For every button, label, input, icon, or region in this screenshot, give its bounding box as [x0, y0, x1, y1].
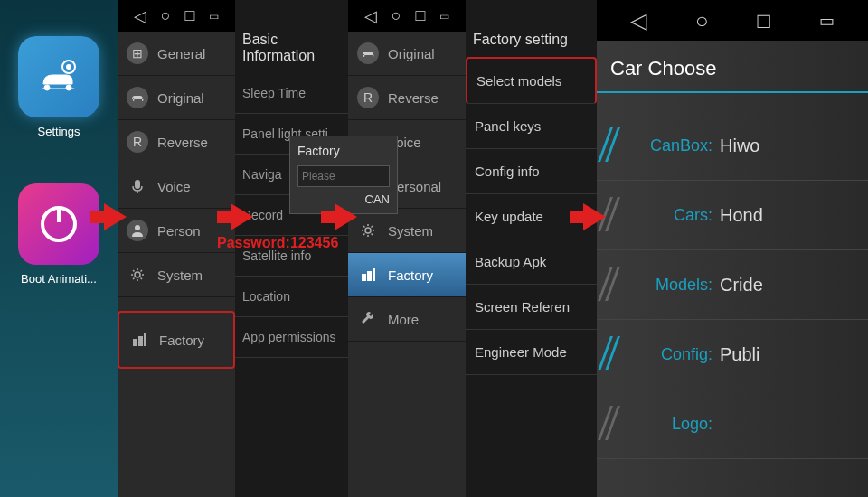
menu-reverse[interactable]: R Reverse [348, 76, 466, 120]
recent-icon[interactable]: □ [758, 8, 771, 33]
car-label: Models: [631, 276, 712, 295]
svg-point-5 [135, 225, 140, 230]
menu-label: Factory [388, 267, 433, 283]
fs-screen-reference[interactable]: Screen Referen [466, 285, 597, 330]
car-value: Hiwo [720, 136, 760, 156]
menu-label: Original [157, 90, 204, 106]
menu-label: System [157, 267, 203, 283]
home-icon[interactable]: ○ [695, 8, 709, 33]
menu-system[interactable]: System [118, 253, 235, 297]
settings-menu-2: ◁ ○ □ ▭ Original R Reverse Voice Persona… [348, 0, 466, 497]
svg-rect-9 [144, 333, 146, 346]
menu-label: General [157, 46, 205, 61]
menu-system[interactable]: System [348, 209, 466, 253]
menu-factory[interactable]: Factory [348, 253, 466, 297]
car-row-config[interactable]: Config: Publi [597, 320, 868, 389]
gallery-icon[interactable]: ▭ [819, 11, 835, 31]
car-choose-panel: ◁ ○ □ ▭ Car Choose CanBox: Hiwo Cars: Ho… [597, 0, 868, 497]
car-label: Cars: [631, 206, 712, 225]
slash-icon [597, 336, 624, 372]
wrench-icon [357, 308, 379, 330]
menu-general[interactable]: ⊞ General [118, 32, 235, 76]
menu-label: Factory [159, 333, 204, 348]
arrow-icon [104, 203, 127, 230]
svg-point-1 [66, 64, 71, 70]
svg-point-6 [135, 272, 140, 277]
menu-reverse[interactable]: R Reverse [118, 120, 235, 164]
arrow-icon [231, 203, 253, 230]
app-label: Boot Animati... [14, 272, 104, 286]
svg-point-12 [365, 228, 371, 233]
back-icon[interactable]: ◁ [364, 6, 377, 26]
menu-label: System [388, 223, 433, 239]
menu-original[interactable]: Original [118, 76, 235, 120]
mic-icon [127, 175, 148, 197]
car-icon [127, 87, 148, 108]
arrow-icon [335, 203, 357, 230]
svg-rect-15 [373, 268, 375, 281]
fs-config-info[interactable]: Config info [466, 149, 597, 194]
car-row-logo[interactable]: Logo: [597, 389, 868, 459]
car-label: Logo: [631, 415, 712, 434]
home-icon[interactable]: ○ [392, 6, 401, 25]
car-row-cars[interactable]: Cars: Hond [597, 181, 868, 250]
recent-icon[interactable]: □ [184, 6, 194, 25]
row-sleep-time[interactable]: Sleep Time [235, 73, 348, 114]
factory-icon [357, 264, 379, 286]
slash-icon [597, 406, 624, 442]
car-value: Hond [720, 205, 763, 226]
home-icon[interactable]: ○ [161, 6, 171, 25]
svg-rect-4 [135, 180, 140, 189]
reverse-icon: R [127, 131, 148, 153]
row-location[interactable]: Location [235, 277, 348, 317]
back-icon[interactable]: ◁ [134, 6, 146, 26]
menu-more[interactable]: More [348, 297, 466, 342]
password-hint-text: Password:123456 [217, 235, 338, 251]
slash-icon [597, 267, 624, 303]
android-navbar: ◁ ○ □ ▭ [597, 0, 868, 41]
android-navbar: ◁ ○ □ ▭ [348, 0, 466, 32]
gear-icon [127, 264, 148, 286]
menu-label: More [388, 312, 419, 327]
boot-animation-icon [18, 183, 99, 265]
car-row-canbox[interactable]: CanBox: Hiwo [597, 111, 868, 181]
arrow-icon [583, 203, 606, 230]
section-title: Basic Information [235, 23, 348, 73]
menu-voice[interactable]: Voice [118, 164, 235, 209]
svg-rect-7 [133, 339, 137, 346]
menu-factory[interactable]: Factory [118, 311, 235, 369]
menu-label: Original [388, 46, 435, 61]
recent-icon[interactable]: □ [415, 6, 425, 25]
app-settings[interactable]: Settings [0, 36, 118, 138]
gallery-icon[interactable]: ▭ [439, 10, 449, 23]
car-row-models[interactable]: Models: Cride [597, 250, 868, 320]
gear-icon [357, 220, 379, 241]
reverse-icon: R [357, 87, 379, 108]
home-panel: Settings Boot Animati... [0, 0, 118, 497]
app-label: Settings [14, 125, 104, 138]
gallery-icon[interactable]: ▭ [209, 10, 219, 23]
fs-backup-apk[interactable]: Backup Apk [466, 239, 597, 285]
app-boot-animation[interactable]: Boot Animati... [0, 183, 118, 286]
menu-label: Reverse [388, 90, 439, 106]
basic-info-panel: Basic Information Sleep Time Panel light… [235, 0, 348, 497]
car-label: Config: [631, 345, 712, 364]
section-title: Factory setting [466, 23, 597, 57]
fs-engineer-mode[interactable]: Engineer Mode [466, 330, 597, 375]
grid-icon: ⊞ [127, 42, 148, 64]
menu-label: Voice [157, 179, 191, 194]
menu-original[interactable]: Original [348, 32, 466, 76]
svg-rect-8 [138, 336, 143, 346]
svg-rect-13 [362, 274, 366, 281]
back-icon[interactable]: ◁ [630, 8, 646, 33]
password-input[interactable] [297, 165, 390, 187]
dialog-title: Factory [297, 144, 390, 158]
fs-panel-keys[interactable]: Panel keys [466, 104, 597, 149]
car-label: CanBox: [631, 136, 712, 155]
fs-select-models[interactable]: Select models [466, 57, 597, 104]
car-icon [357, 42, 379, 64]
car-value: Publi [720, 344, 760, 365]
divider [597, 91, 868, 93]
slash-icon [597, 127, 624, 164]
row-app-permissions[interactable]: App permissions [235, 317, 348, 358]
